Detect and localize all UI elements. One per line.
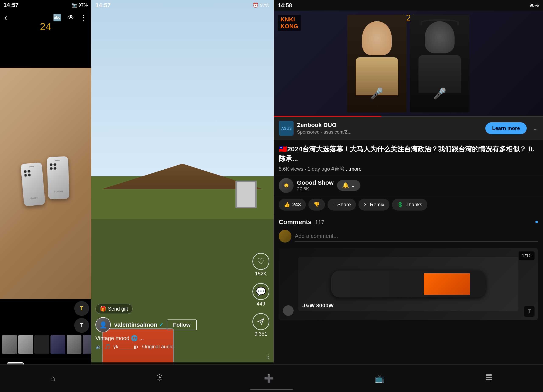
samsung-label-1: SAMSUNG: [30, 197, 38, 200]
lens-1: [23, 170, 27, 173]
gallery-status-time: 14:57: [3, 2, 19, 8]
yt-channel-avatar: 😊: [279, 178, 294, 193]
yt-ad-banner: ASUS Zenbook DUO Sponsored · asus.com/Z.…: [274, 117, 543, 140]
yt-remix-button[interactable]: ✂ Remix: [358, 199, 390, 211]
ad-subtitle: Sponsored · asus.com/Z...: [297, 129, 482, 135]
lens-4: [28, 174, 31, 177]
tiktok-video: ♡ 152K 💬 449 9,351 🎁 Send: [91, 0, 274, 392]
comment-action[interactable]: 💬 449: [252, 283, 269, 307]
back-button[interactable]: ‹: [4, 12, 7, 23]
thumb-2[interactable]: [18, 335, 33, 354]
comments-title: Comments: [279, 218, 311, 225]
user-avatar[interactable]: 👤: [96, 317, 111, 332]
follow-button[interactable]: Follow: [167, 319, 197, 330]
yt-nav-library[interactable]: [485, 374, 493, 383]
yt-nav-add[interactable]: ➕: [274, 374, 274, 383]
caption-text: Vintage mood: [96, 335, 129, 341]
like-icon[interactable]: ♡: [252, 253, 269, 270]
text-scan-button-2[interactable]: T: [74, 318, 89, 333]
bell-icon: 🔔: [342, 182, 349, 189]
yt-thanks-button[interactable]: 💲 Thanks: [392, 199, 427, 211]
thumbnail-strip: [0, 335, 91, 356]
host-1: 🎤: [347, 15, 407, 112]
tiktok-more-button[interactable]: ⋮: [265, 352, 272, 360]
ad-title: Zenbook DUO: [297, 122, 482, 129]
camera-cluster-2: [50, 163, 57, 170]
phone-1: SAMSUNG: [21, 162, 45, 207]
yt-status-time: 14:58: [278, 2, 292, 9]
gallery-main-image: SAMSUNG SAMSUNG: [0, 68, 91, 299]
yt-add-icon: ➕: [274, 374, 274, 383]
lens-3: [24, 174, 27, 177]
yt-next-video[interactable]: J&W 3000W 1/10 T: [279, 248, 538, 320]
camera-cluster-1: [23, 170, 31, 177]
channel-badge-overlay: KNKIKONG: [278, 15, 301, 31]
learn-more-button[interactable]: Learn more: [485, 122, 527, 134]
thumb-5[interactable]: [67, 335, 81, 354]
comment-input-field[interactable]: [295, 231, 538, 242]
share-action[interactable]: 9,351: [252, 313, 269, 337]
yt-video-player[interactable]: KNKIKONG 120 🎤 🎤: [274, 11, 543, 117]
lens-2: [27, 170, 31, 173]
yt-like-count: 243: [292, 202, 301, 207]
product-thumb-bg: J&W 3000W: [298, 257, 519, 311]
like-action[interactable]: ♡ 152K: [252, 253, 269, 277]
ad-expand-icon[interactable]: ⌄: [532, 124, 538, 132]
comment-count: 449: [257, 301, 265, 307]
yt-like-button[interactable]: 👍 243: [279, 199, 306, 211]
next-video-channel-row: [283, 305, 294, 316]
lens-6: [53, 163, 57, 166]
comment-user-avatar: [279, 230, 291, 242]
mic-2-icon: 🎤: [433, 87, 446, 100]
yt-subscribe-bell[interactable]: 🔔 ⌄: [337, 180, 360, 191]
video-progress-bar[interactable]: [274, 116, 543, 117]
lens-5: [50, 163, 53, 166]
send-icon[interactable]: [252, 313, 269, 330]
yt-channel-row: 😊 Goood Show 27.6K 🔔 ⌄: [274, 176, 543, 195]
svg-text:ASUS: ASUS: [281, 126, 291, 131]
house-wall: [91, 176, 274, 219]
thumb-1[interactable]: [2, 335, 17, 354]
comments-header-left: Comments 117: [279, 218, 324, 226]
house-area: [91, 176, 274, 392]
globe-icon: 🌐: [131, 335, 138, 341]
thumb-last[interactable]: [83, 335, 91, 354]
host-2-head: [425, 21, 455, 53]
yt-share-button[interactable]: ↑ Share: [328, 199, 356, 211]
svg-rect-9: [486, 377, 492, 378]
like-count: 152K: [255, 271, 267, 277]
eye-icon[interactable]: 👁: [68, 14, 74, 22]
comments-sort-dot[interactable]: [535, 221, 538, 223]
yt-remix-label: Remix: [370, 202, 384, 207]
yt-subscriptions-icon: 📺: [375, 374, 385, 383]
text-scan-icon[interactable]: 🔤: [53, 14, 62, 22]
text-scan-button-1[interactable]: T: [74, 301, 89, 316]
tiktok-status-bar: 14:57 ⏰ 97%: [91, 0, 274, 11]
yt-tag: #台湾: [331, 166, 344, 172]
thumbs-down-icon: 👎: [313, 202, 320, 207]
yt-more-label[interactable]: ...more: [346, 166, 362, 172]
host-2: 🎤: [410, 15, 469, 112]
more-dots[interactable]: ...: [139, 335, 144, 341]
next-video-thumbnail: J&W 3000W 1/10 T: [279, 248, 538, 320]
thumb-3[interactable]: [34, 335, 49, 354]
yt-status-icons: 98%: [529, 3, 539, 8]
phone-image-pair: SAMSUNG SAMSUNG: [21, 160, 71, 206]
yt-video-meta: 5.6K views · 1 day ago #台湾 ...more: [274, 166, 543, 176]
product-name-label: J&W 3000W: [302, 302, 334, 309]
share-arrow-icon: ↑: [333, 202, 335, 207]
more-icon[interactable]: ⋮: [80, 14, 87, 22]
yt-dislike-button[interactable]: 👎: [308, 199, 325, 211]
tiktok-panel: 14:57 ⏰ 97% 120: [91, 0, 274, 392]
comment-icon[interactable]: 💬: [252, 283, 269, 300]
verified-icon: ✓: [159, 322, 163, 328]
asus-logo: ASUS: [279, 121, 294, 136]
back-button-area[interactable]: ‹: [4, 12, 7, 23]
yt-time: ·: [305, 166, 308, 172]
yt-nav-subscriptions[interactable]: 📺: [375, 374, 385, 383]
thumbs-up-icon: 👍: [284, 202, 290, 207]
yt-share-label: Share: [337, 202, 351, 207]
send-gift-button[interactable]: 🎁 Send gift: [96, 304, 133, 314]
thumb-4[interactable]: [51, 335, 65, 354]
comments-count: 117: [315, 219, 324, 225]
